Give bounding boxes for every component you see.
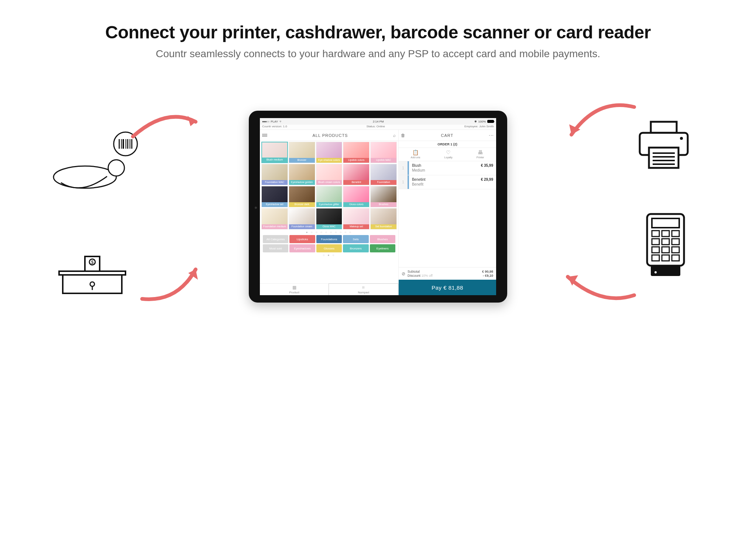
product-tile[interactable]: Blush medium — [261, 142, 288, 163]
cart-item-name: Blush — [412, 163, 475, 168]
order-label: ORDER 1 (2) — [399, 141, 496, 148]
product-label: Brushes — [371, 202, 396, 207]
category-grid: All CategoriesLipsticksFoundationsSetsBl… — [261, 235, 397, 252]
cart-item[interactable]: 1BenetintBenefit€ 29,99 — [399, 175, 496, 189]
product-tile[interactable]: Bronzer — [289, 142, 315, 163]
products-title: ALL PRODUCTS — [313, 133, 348, 138]
discount-label: Discount — [408, 274, 420, 277]
product-label: Eyeshadow golden — [289, 180, 315, 185]
tab-numpad[interactable]: ⌗ Numpad — [329, 283, 398, 295]
tab-product-label: Product — [289, 291, 299, 294]
product-pager[interactable]: ● ○ ○ ○ ○ ○ ○ ○ ○ ○ — [261, 230, 397, 235]
product-tile[interactable]: Gloss colors — [343, 186, 370, 207]
bluetooth-icon: ✱ — [474, 120, 477, 123]
product-tile[interactable]: Set foundation — [370, 208, 397, 230]
product-tile[interactable]: Benetint — [343, 164, 370, 185]
product-tile[interactable]: Eyeshadow golden — [289, 164, 315, 185]
svg-rect-17 — [651, 122, 677, 133]
svg-rect-26 — [652, 218, 679, 228]
svg-rect-37 — [662, 255, 669, 261]
card-reader-icon — [638, 210, 693, 282]
status-bar: ●●●○○ PLAY ᯤ 2:14 PM ✱ 100% — [260, 118, 496, 125]
product-label: Foundation MAC — [262, 180, 288, 185]
pay-button[interactable]: Pay € 81,88 — [399, 280, 496, 295]
menu-icon[interactable] — [262, 134, 267, 137]
discount-note: 10% off — [421, 274, 432, 277]
product-tile[interactable]: Foundation — [370, 164, 397, 185]
tag-icon: ⊘ — [402, 271, 405, 276]
svg-rect-34 — [662, 247, 669, 253]
product-tile[interactable]: Makeup set — [343, 208, 370, 230]
product-tile[interactable]: Lipstick colors — [343, 142, 370, 163]
cart-header: 🗑 CART ⋮ — [399, 130, 496, 141]
product-tile[interactable]: Foundation cream — [289, 208, 315, 230]
category-tile[interactable]: Sets — [343, 235, 368, 243]
category-tile[interactable]: Glosses — [316, 244, 342, 252]
product-tile[interactable]: Foundation MAC — [261, 164, 288, 185]
online-status: Status: Online — [367, 125, 385, 130]
svg-marker-41 — [188, 116, 196, 126]
svg-rect-33 — [652, 247, 659, 253]
product-tile[interactable]: Eye shadow colors — [316, 142, 343, 163]
category-tile[interactable]: Foundations — [316, 235, 342, 243]
cart-item-name: Benetint — [412, 177, 475, 182]
tablet-frame: ●●●○○ PLAY ᯤ 2:14 PM ✱ 100% Countr versi… — [249, 111, 507, 303]
product-grid: Blush mediumBronzerEye shadow colorsLips… — [261, 142, 397, 230]
category-tile[interactable]: Blushes — [370, 235, 395, 243]
product-label: Makeup set — [343, 224, 369, 229]
svg-rect-10 — [63, 273, 122, 293]
add-ons-icon: 📋 — [412, 149, 419, 155]
product-tile[interactable]: Gloss MAC — [316, 208, 343, 230]
product-label: Benetint — [343, 180, 369, 185]
trash-icon[interactable]: 🗑 — [401, 133, 406, 138]
product-label: Eyeshadow set — [262, 202, 288, 207]
cart-action-label: Loyalty — [444, 156, 453, 159]
cart-action-printer[interactable]: 🖶Printer — [477, 149, 484, 159]
search-icon[interactable]: ⌕ — [393, 133, 396, 138]
arrow-printer — [560, 98, 642, 147]
category-tile[interactable]: Most sold — [263, 244, 288, 252]
cart-item-variant: Medium — [412, 168, 475, 173]
signal-dots-icon: ●●●○○ — [262, 120, 269, 123]
printer-icon: 🖶 — [478, 149, 483, 155]
carrier-label: PLAY — [271, 120, 278, 123]
product-tile[interactable]: Brushes — [370, 186, 397, 207]
product-tile[interactable]: Eyeshadow glitter — [316, 186, 343, 207]
svg-point-19 — [680, 137, 683, 140]
cart-action-loyalty[interactable]: ♡Loyalty — [444, 149, 453, 159]
product-label: Bronzer — [289, 158, 315, 163]
cart-item[interactable]: 1BlushMedium€ 35,99 — [399, 161, 496, 175]
svg-rect-30 — [652, 239, 659, 245]
products-header: ALL PRODUCTS ⌕ — [260, 130, 398, 141]
more-icon[interactable]: ⋮ — [489, 133, 494, 137]
totals-row: ⊘ Subtotal Discount 10% off € 90,98 - €9… — [399, 267, 496, 280]
cart-action-add-ons[interactable]: 📋Add-ons — [410, 149, 420, 159]
subtotal-value: € 90,98 — [482, 270, 493, 273]
discount-value: - €9,10 — [482, 274, 493, 277]
bottom-tabs: ▦ Product ⌗ Numpad — [260, 283, 398, 295]
tab-product[interactable]: ▦ Product — [260, 284, 329, 295]
app-version: Countr version: 1.0 — [262, 125, 287, 130]
product-tile[interactable]: Bronzer dark — [289, 186, 315, 207]
category-tile[interactable]: Bronzers — [343, 244, 368, 252]
page-title: Connect your printer, cashdrawer, barcod… — [0, 22, 756, 42]
arrow-cashdrawer — [137, 258, 210, 308]
cart-action-label: Add-ons — [410, 156, 420, 159]
tablet-screen: ●●●○○ PLAY ᯤ 2:14 PM ✱ 100% Countr versi… — [260, 118, 496, 295]
clock: 2:14 PM — [373, 120, 384, 123]
product-tile[interactable]: Eyeshadow set — [261, 186, 288, 207]
tablet-camera-icon — [255, 207, 257, 209]
product-tile[interactable]: Blush cream colors — [316, 164, 343, 185]
category-tile[interactable]: Eyeshadows — [289, 244, 315, 252]
cart-actions: 📋Add-ons♡Loyalty🖶Printer — [399, 148, 496, 161]
product-tile[interactable]: Foundation medium — [261, 208, 288, 230]
cart-item-variant: Benefit — [412, 182, 475, 187]
tab-numpad-label: Numpad — [358, 291, 369, 294]
product-label: Foundation cream — [289, 224, 315, 229]
category-pager[interactable]: ○ ● ○ — [261, 252, 397, 258]
cart-pane: 🗑 CART ⋮ ORDER 1 (2) 📋Add-ons♡Loyalty🖶Pr… — [399, 130, 496, 295]
category-tile[interactable]: Lipsticks — [289, 235, 315, 243]
product-tile[interactable]: Lipstick MAC — [370, 142, 397, 163]
category-tile[interactable]: All Categories — [263, 235, 288, 243]
category-tile[interactable]: Eyeliners — [370, 244, 395, 252]
